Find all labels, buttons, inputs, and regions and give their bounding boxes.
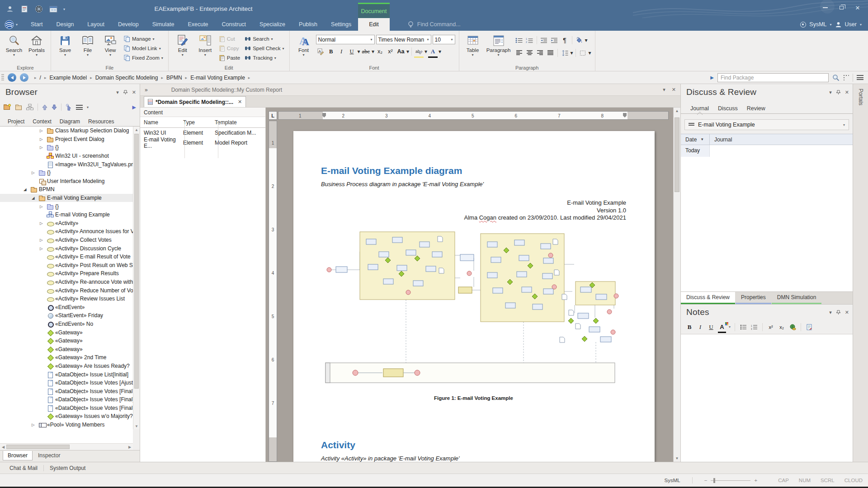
- ribbon-tab[interactable]: Specialize: [253, 18, 292, 31]
- borders-button[interactable]: [578, 48, 588, 58]
- tree-item[interactable]: «Activity» Prepare Results: [0, 269, 133, 278]
- context-tab-document[interactable]: Document: [358, 3, 390, 18]
- ribbon-small-button[interactable]: Model Link ▾: [123, 44, 165, 52]
- report-header-close-icon[interactable]: ✕: [672, 87, 676, 93]
- edit-tool-button[interactable]: Search ▾: [243, 35, 285, 43]
- font-size-combo[interactable]: 10▾: [433, 35, 455, 44]
- window-quick-icon[interactable]: [49, 5, 57, 14]
- strikethrough-button[interactable]: abc: [361, 47, 371, 56]
- tree-item[interactable]: Project Event Dialog: [0, 135, 133, 144]
- discuss-element-selector[interactable]: E-mail Voting Example ▾: [684, 119, 849, 130]
- superscript-button[interactable]: x²: [386, 47, 395, 56]
- notes-bold-button[interactable]: B: [685, 323, 693, 332]
- pilcrow-button[interactable]: ¶: [560, 36, 570, 45]
- browser-dock-tab[interactable]: Browser: [3, 451, 33, 460]
- diagram-list-icon[interactable]: [26, 104, 33, 110]
- browser-close-icon[interactable]: ✕: [132, 89, 136, 95]
- tree-expand-arrow[interactable]: [32, 196, 39, 200]
- journal-column[interactable]: Journal: [710, 136, 853, 143]
- perspective-selector[interactable]: SysML: [809, 21, 826, 28]
- italic-button[interactable]: I: [337, 47, 346, 56]
- tree-item[interactable]: «Gateway»: [0, 345, 133, 353]
- ribbon-tab[interactable]: Settings: [324, 18, 358, 31]
- tree-expand-arrow[interactable]: [40, 137, 47, 141]
- ribbon-small-button[interactable]: Manage ▾: [123, 35, 165, 43]
- find-package-input[interactable]: [717, 73, 829, 82]
- journal-date-column[interactable]: Date ▼: [681, 134, 710, 145]
- perspective-caret-icon[interactable]: ▾: [830, 23, 832, 27]
- tree-item[interactable]: «Gateway» Issues w'o Majority?: [0, 412, 133, 421]
- discuss-tab[interactable]: Review: [743, 103, 769, 114]
- browser-hamburger-caret[interactable]: ▾: [87, 105, 89, 109]
- browser-tab[interactable]: Project: [5, 117, 28, 127]
- tree-item[interactable]: «Image» Win32UI_TagValues.pn: [0, 160, 133, 169]
- browser-dropdown-icon[interactable]: ▾: [116, 89, 119, 95]
- paragraph-button[interactable]: Paragraph ▾: [485, 33, 513, 57]
- notes-document-icon[interactable]: [805, 323, 813, 332]
- discuss-tab[interactable]: Journal: [686, 103, 713, 114]
- content-table-row[interactable]: E-mail Voting E... Element Model Report: [140, 138, 265, 148]
- notes-hyperlink-icon[interactable]: [788, 323, 797, 332]
- notes-bullet-list-button[interactable]: [739, 323, 747, 332]
- edit-tool-button[interactable]: Tracking ▾: [243, 54, 285, 62]
- tree-item[interactable]: «Activity» Reduce Number of Vo: [0, 286, 133, 295]
- tree-item[interactable]: «Gateway»: [0, 328, 133, 337]
- tree-item[interactable]: «Gateway» Are Issues Ready?: [0, 362, 133, 371]
- move-down-icon[interactable]: [52, 104, 57, 110]
- tree-expand-arrow[interactable]: [40, 128, 47, 133]
- browser-tab[interactable]: Diagram: [57, 117, 83, 127]
- insert-button[interactable]: Insert ▾: [195, 33, 216, 57]
- clipboard-button[interactable]: Copy: [217, 44, 241, 52]
- new-package-icon[interactable]: [4, 104, 11, 110]
- notes-superscript-button[interactable]: x²: [767, 323, 775, 332]
- tree-expand-arrow[interactable]: [40, 238, 47, 242]
- tree-expand-arrow[interactable]: [40, 221, 47, 225]
- user-caret-icon[interactable]: ▾: [860, 23, 862, 27]
- tree-item[interactable]: «Activity» Review Issues List: [0, 295, 133, 303]
- tree-expand-arrow[interactable]: [40, 204, 47, 209]
- decrease-indent-button[interactable]: [539, 36, 549, 45]
- system-output-tab[interactable]: System Output: [45, 463, 90, 473]
- zoom-slider[interactable]: [711, 480, 750, 481]
- forward-button[interactable]: [20, 73, 28, 82]
- find-command[interactable]: Find Command...: [408, 18, 461, 31]
- collapse-chevrons-icon[interactable]: »: [145, 87, 148, 93]
- tree-item[interactable]: «Activity»: [0, 219, 133, 228]
- tree-item[interactable]: BPMN: [0, 185, 133, 194]
- app-menu-button[interactable]: ▾: [0, 18, 24, 31]
- edit-tool-button[interactable]: Spell Check ▾: [243, 44, 285, 52]
- bullet-list-button[interactable]: [514, 36, 524, 45]
- ribbon-tab[interactable]: Execute: [181, 18, 215, 31]
- style-combo[interactable]: Normal▾: [316, 35, 375, 44]
- journal-row-today[interactable]: Today: [681, 145, 853, 157]
- increase-indent-button[interactable]: [550, 36, 559, 45]
- navbar-menu-icon[interactable]: [857, 75, 863, 80]
- ribbon-tab[interactable]: Publish: [292, 18, 324, 31]
- font-family-combo[interactable]: Times New Roman▾: [376, 35, 431, 44]
- portals-button[interactable]: Portals ▾: [26, 33, 47, 57]
- tree-item[interactable]: «DataObject» Issue Votes [Final]: [0, 395, 133, 404]
- tree-item[interactable]: {}: [0, 202, 133, 211]
- shading-bucket-button[interactable]: [575, 36, 584, 45]
- tree-item[interactable]: «Activity» Re-annouce Vote with: [0, 278, 133, 286]
- tree-item[interactable]: «Gateway»: [0, 337, 133, 345]
- report-header-caret-icon[interactable]: ▾: [663, 87, 665, 93]
- notes-underline-button[interactable]: U: [707, 323, 715, 332]
- right-dock-tab[interactable]: DMN Simulation: [772, 292, 822, 304]
- tree-item[interactable]: «Activity» Discussion Cycle: [0, 244, 133, 253]
- breadcrumb-item[interactable]: E-mail Voting Example: [182, 75, 245, 81]
- right-dock-tab[interactable]: Discuss & Review: [681, 292, 735, 304]
- browser-dock-tab[interactable]: Inspector: [33, 451, 65, 460]
- tree-item[interactable]: «DataObject» Issue List[Initial]: [0, 370, 133, 379]
- zoom-control[interactable]: − +: [704, 478, 757, 483]
- ribbon-tab[interactable]: Design: [49, 18, 80, 31]
- clipboard-button[interactable]: Paste: [217, 54, 241, 62]
- highlight-color-button[interactable]: ab: [414, 47, 424, 56]
- tree-expand-arrow[interactable]: [24, 187, 31, 192]
- breadcrumb-item[interactable]: /: [31, 75, 41, 81]
- tree-item[interactable]: «Activity» Announce Issues for V: [0, 227, 133, 236]
- tree-item[interactable]: «DataObject» Issue Votes [Ajust: [0, 379, 133, 387]
- bold-button[interactable]: B: [326, 47, 336, 56]
- statusbar-perspective[interactable]: SysML: [665, 478, 680, 483]
- document-vertical-scrollbar[interactable]: ▲ ▼: [673, 108, 680, 462]
